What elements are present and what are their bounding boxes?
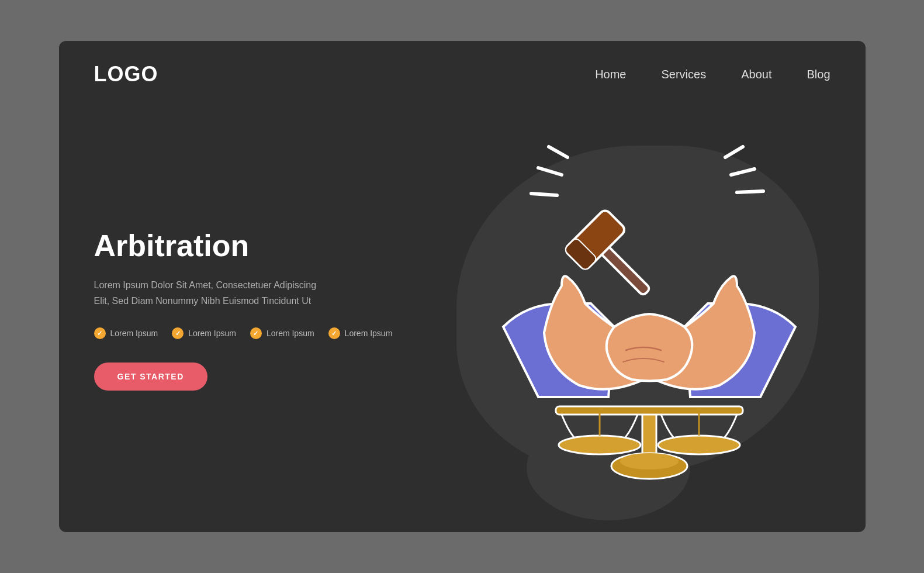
svg-line-5 [725,147,743,157]
feature-label-3: Lorem Ipsum [267,329,314,338]
svg-line-7 [531,194,557,195]
check-icon-4 [328,327,340,339]
svg-line-6 [538,168,562,175]
svg-rect-12 [556,406,743,415]
main-content: Arbitration Lorem Ipsum Dolor Sit Amet, … [59,87,866,532]
nav: Home Services About Blog [595,68,830,81]
check-icon-3 [250,327,262,339]
nav-item-services[interactable]: Services [662,68,707,81]
feature-label-1: Lorem Ipsum [110,329,158,338]
svg-point-11 [620,453,679,470]
features-list: Lorem Ipsum Lorem Ipsum Lorem Ipsum Lore… [94,327,393,339]
feature-item-2: Lorem Ipsum [172,327,236,339]
illustration-svg [445,105,854,514]
hero-title: Arbitration [94,228,393,263]
nav-item-home[interactable]: Home [595,68,626,81]
feature-label-4: Lorem Ipsum [345,329,393,338]
nav-item-about[interactable]: About [741,68,771,81]
cta-button[interactable]: GET STARTED [94,363,207,391]
hero-left: Arbitration Lorem Ipsum Dolor Sit Amet, … [94,228,393,391]
hero-illustration [421,87,866,532]
check-icon-2 [172,327,184,339]
svg-line-4 [737,191,763,192]
svg-line-3 [731,169,755,175]
nav-item-blog[interactable]: Blog [807,68,830,81]
feature-item-1: Lorem Ipsum [94,327,158,339]
feature-label-2: Lorem Ipsum [188,329,236,338]
logo: LOGO [94,62,158,87]
check-icon-1 [94,327,106,339]
svg-point-14 [658,436,740,454]
feature-item-3: Lorem Ipsum [250,327,314,339]
svg-line-8 [549,147,567,157]
svg-point-13 [559,436,641,454]
feature-item-4: Lorem Ipsum [328,327,393,339]
page-card: LOGO Home Services About Blog Arbitratio… [59,41,866,532]
hero-description: Lorem Ipsum Dolor Sit Amet, Consectetuer… [94,277,393,309]
header: LOGO Home Services About Blog [59,41,866,87]
